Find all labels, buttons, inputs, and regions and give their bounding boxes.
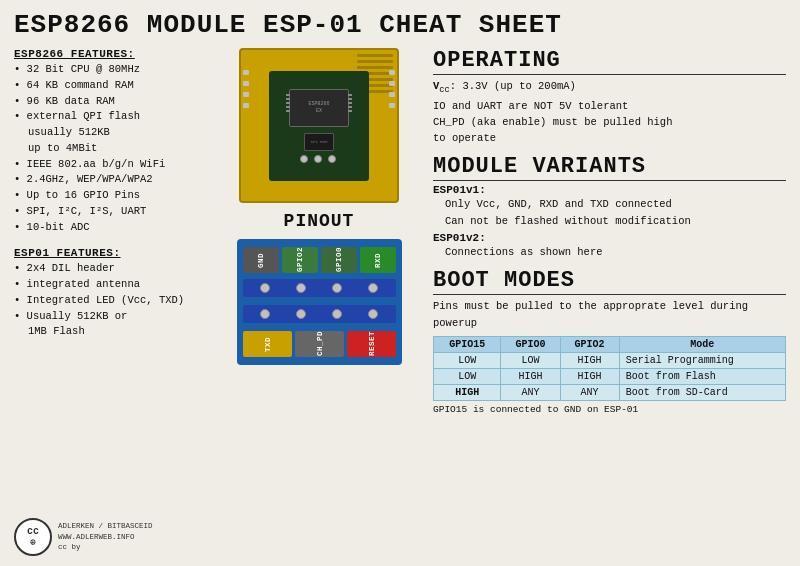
list-item: Up to 16 GPIO Pins: [14, 188, 209, 204]
esp01v1-line1: Only Vcc, GND, RXD and TXD connected: [433, 196, 786, 212]
chpd-pin: CH_PD: [295, 331, 344, 357]
pin-circle: [368, 309, 378, 319]
pin-circle: [332, 309, 342, 319]
esp01-features-section: ESP01 Features: 2x4 DIL header integrate…: [14, 247, 209, 340]
col-header-gpio15: GPIO15: [434, 336, 501, 352]
col-header-gpio2: GPIO2: [560, 336, 619, 352]
right-column: Operating Vcc: 3.3V (up to 200mA) IO and…: [429, 48, 786, 556]
reset-pin: RESET: [347, 331, 396, 357]
pin-circle: [332, 283, 342, 293]
list-item: external QPI flash: [14, 109, 209, 125]
pin-circle: [260, 309, 270, 319]
list-item: 64 KB command RAM: [14, 78, 209, 94]
cc-license-icon: cc ⊕: [14, 518, 52, 556]
esp01v1-line2: Can not be flashed without modification: [433, 213, 786, 229]
esp8266-feature-list: 32 Bit CPU @ 80MHz 64 KB command RAM 96 …: [14, 62, 209, 235]
col-header-mode: Mode: [619, 336, 785, 352]
left-pads: [243, 70, 249, 108]
cell-gpio15: HIGH: [434, 384, 501, 400]
pin-circle: [260, 283, 270, 293]
pad: [314, 155, 322, 163]
top-pin-row: GND GPIO2 GPIO0 RXD: [243, 247, 396, 273]
ant-line: [357, 60, 393, 63]
txd-pin: TXD: [243, 331, 292, 357]
cell-gpio15: LOW: [434, 368, 501, 384]
logo-text: ADLERKEN / BITBASCEID WWW.ADLERWEB.INFO …: [58, 521, 153, 553]
bot-circles: [243, 305, 396, 323]
left-column: ESP8266 Features: 32 Bit CPU @ 80MHz 64 …: [14, 48, 209, 556]
operating-title-text: Operating: [433, 48, 561, 73]
gnd-pin: GND: [243, 247, 279, 273]
operating-text: Vcc: 3.3V (up to 200mA) IO and UART are …: [433, 78, 786, 146]
list-item: 32 Bit CPU @ 80MHz: [14, 62, 209, 78]
esp-module-illustration: ESP8266 EX: [239, 48, 399, 203]
variants-title: Module Variants: [433, 154, 786, 181]
page-title: ESP8266 Module ESP-01 Cheat Sheet: [14, 10, 562, 40]
list-item: IEEE 802.aa b/g/n WiFi: [14, 157, 209, 173]
boot-modes-title: Boot Modes: [433, 268, 786, 295]
list-item: 2.4GHz, WEP/WPA/WPA2: [14, 172, 209, 188]
esp-pads: [300, 155, 338, 163]
mid-circles: [243, 279, 396, 297]
variants-section: Module Variants ESP01v1: Only Vcc, GND, …: [433, 154, 786, 260]
ant-line: [357, 66, 393, 69]
cell-gpio15: LOW: [434, 352, 501, 368]
center-column: ESP8266 EX: [219, 48, 419, 556]
table-row: LOW LOW HIGH Serial Programming: [434, 352, 786, 368]
list-item: up to 4MBit: [14, 141, 209, 157]
esp01v2-line1: Connections as shown here: [433, 244, 786, 260]
pinout-label: Pinout: [284, 211, 355, 231]
gpio2-pin: GPIO2: [282, 247, 318, 273]
esp01v2-label: ESP01v2:: [433, 232, 786, 244]
pad: [328, 155, 336, 163]
title-bar: ESP8266 Module ESP-01 Cheat Sheet: [14, 10, 786, 40]
boot-modes-section: Boot Modes Pins must be pulled to the ap…: [433, 268, 786, 415]
boot-modes-table: GPIO15 GPIO0 GPIO2 Mode LOW LOW HIGH Ser…: [433, 336, 786, 401]
cell-gpio2: ANY: [560, 384, 619, 400]
list-item: 10-bit ADC: [14, 220, 209, 236]
cell-mode: Serial Programming: [619, 352, 785, 368]
col-header-gpio0: GPIO0: [501, 336, 560, 352]
esp01v1-label: ESP01v1:: [433, 184, 786, 196]
list-item: 96 KB data RAM: [14, 94, 209, 110]
cell-gpio0: HIGH: [501, 368, 560, 384]
cell-gpio0: ANY: [501, 384, 560, 400]
cell-gpio0: LOW: [501, 352, 560, 368]
list-item: 2x4 DIL header: [14, 261, 209, 277]
gpio0-pin: GPIO0: [321, 247, 357, 273]
esp-pcb: ESP8266 EX: [269, 71, 369, 181]
rxd-pin: RXD: [360, 247, 396, 273]
list-item: usually 512KB: [14, 125, 209, 141]
pin-circle: [296, 309, 306, 319]
operating-section: Operating Vcc: 3.3V (up to 200mA) IO and…: [433, 48, 786, 146]
table-row: HIGH ANY ANY Boot from SD-Card: [434, 384, 786, 400]
bottom-pin-row: TXD CH_PD RESET: [243, 331, 396, 357]
chip-legs-left: [286, 94, 290, 112]
boot-intro-text: Pins must be pulled to the approprate le…: [433, 298, 786, 331]
list-item: SPI, I²C, I²S, UART: [14, 204, 209, 220]
right-pads: [389, 70, 395, 108]
cell-gpio2: HIGH: [560, 368, 619, 384]
esp8266-features-section: ESP8266 Features: 32 Bit CPU @ 80MHz 64 …: [14, 48, 209, 235]
table-row: LOW HIGH HIGH Boot from Flash: [434, 368, 786, 384]
main-layout: ESP8266 Features: 32 Bit CPU @ 80MHz 64 …: [14, 48, 786, 556]
ant-line: [357, 54, 393, 57]
logo-area: cc ⊕ ADLERKEN / BITBASCEID WWW.ADLERWEB.…: [14, 512, 209, 556]
cell-gpio2: HIGH: [560, 352, 619, 368]
esp01-feature-list: 2x4 DIL header integrated antenna Integr…: [14, 261, 209, 340]
cell-mode: Boot from Flash: [619, 368, 785, 384]
chip-legs-right: [348, 94, 352, 112]
main-chip: ESP8266 EX: [289, 89, 349, 127]
cell-mode: Boot from SD-Card: [619, 384, 785, 400]
list-item: Integrated LED (Vcc, TXD): [14, 293, 209, 309]
list-item: Usually 512KB or: [14, 309, 209, 325]
list-item: 1MB Flash: [14, 324, 209, 340]
page: ESP8266 Module ESP-01 Cheat Sheet ESP826…: [0, 0, 800, 566]
pin-circle: [296, 283, 306, 293]
boot-note: GPIO15 is connected to GND on ESP-01: [433, 404, 786, 415]
flash-chip: SPI ROM: [304, 133, 334, 151]
esp8266-section-title: ESP8266 Features:: [14, 48, 209, 60]
esp01-section-title: ESP01 Features:: [14, 247, 209, 259]
operating-title: Operating: [433, 48, 786, 75]
pad: [300, 155, 308, 163]
